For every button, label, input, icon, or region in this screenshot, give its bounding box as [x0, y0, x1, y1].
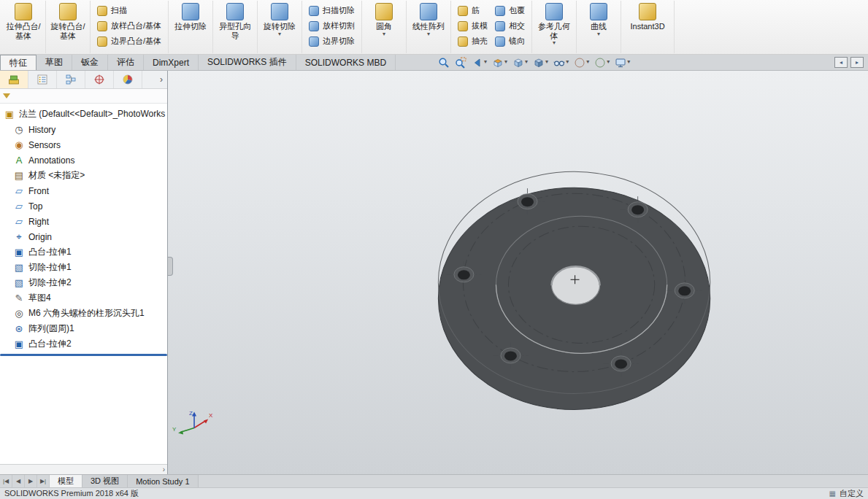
panel-flyout-arrow[interactable]: › [155, 71, 167, 88]
tree-item[interactable]: ⌖Origin [0, 229, 167, 244]
dropdown-arrow-icon[interactable]: ▾ [525, 59, 528, 66]
configurationmanager-tab[interactable] [57, 71, 85, 88]
swept-boss-base-button[interactable]: 扫描 [93, 4, 165, 18]
dropdown-arrow-icon[interactable]: ▾ [586, 59, 589, 66]
tree-item[interactable]: ▧切除-拉伸2 [0, 275, 167, 290]
dropdown-arrow-icon[interactable]: ▾ [427, 31, 430, 38]
reference-geometry-button[interactable]: 参考几何体▾ [535, 1, 573, 47]
lofted-cut-button[interactable]: 放样切割 [305, 19, 358, 33]
tree-item[interactable]: ▣凸台-拉伸1 [0, 244, 167, 260]
nav-first-button[interactable]: |◀ [0, 475, 12, 487]
tab-特征[interactable]: 特征 [0, 55, 37, 70]
panel-hscrollbar[interactable]: › [0, 464, 167, 474]
graphics-area[interactable]: X Y Z [168, 71, 868, 474]
feature-tree-root[interactable]: ▣法兰 (Default<<Default>_PhotoWorks [0, 107, 167, 122]
draft-button[interactable]: 拔模 [454, 19, 491, 33]
rollback-bar[interactable] [0, 354, 167, 356]
tree-item[interactable]: ◉Sensors [0, 137, 167, 152]
doc-tab-模型[interactable]: 模型 [50, 475, 82, 487]
extruded-cut-button[interactable]: 拉伸切除 [172, 1, 210, 31]
dropdown-arrow-icon[interactable]: ▾ [553, 40, 556, 47]
flange-model[interactable]: X Y Z [168, 71, 868, 474]
dropdown-arrow-icon[interactable]: ▾ [597, 31, 600, 38]
view-settings-button[interactable]: ▾ [615, 57, 630, 69]
collapse-pane-right-button[interactable]: ▸ [850, 57, 864, 68]
tree-item[interactable]: ◎M6 六角头螺栓的柱形沉头孔1 [0, 306, 167, 321]
dropdown-arrow-icon[interactable]: ▾ [278, 31, 281, 38]
zoom-area-button[interactable] [455, 57, 466, 69]
dimxpertmanager-tab[interactable] [85, 71, 114, 88]
display-style-button[interactable]: ▾ [533, 57, 548, 69]
edit-appearance-button[interactable]: ▾ [574, 57, 589, 69]
shell-button[interactable]: 抽壳 [454, 34, 491, 48]
tab-SOLIDWORKS 插件[interactable]: SOLIDWORKS 插件 [199, 55, 296, 70]
featuremanager-tree-tab[interactable] [0, 71, 28, 88]
mirror-icon [495, 36, 505, 47]
dropdown-arrow-icon[interactable]: ▾ [566, 59, 569, 66]
custom-status-label[interactable]: 自定义 [840, 488, 864, 499]
extruded-boss-base-button[interactable]: 拉伸凸台/基体 [4, 1, 42, 40]
view-settings-icon [615, 57, 626, 69]
boundary-boss-base-button[interactable]: 边界凸台/基体 [93, 34, 165, 48]
tree-item[interactable]: ◷History [0, 122, 167, 137]
zoom-fit-button[interactable] [438, 57, 450, 69]
nav-last-button[interactable]: ▶| [37, 475, 50, 487]
dropdown-arrow-icon[interactable]: ▾ [504, 59, 507, 66]
tree-item[interactable]: ▱Right [0, 214, 167, 229]
tab-钣金[interactable]: 钣金 [72, 55, 108, 70]
mirror-button[interactable]: 镜向 [491, 34, 529, 48]
displaymanager-tab[interactable] [114, 71, 142, 88]
tab-SOLIDWORKS MBD[interactable]: SOLIDWORKS MBD [296, 55, 396, 70]
hscroll-right-arrow-icon[interactable]: › [163, 465, 165, 473]
wrap-button[interactable]: 包覆 [491, 4, 529, 18]
swept-cut-button[interactable]: 扫描切除 [305, 4, 358, 18]
tree-item[interactable]: ▣凸台-拉伸2 [0, 336, 167, 352]
view-orientation-button[interactable]: ▾ [512, 57, 528, 69]
tree-item[interactable]: ▱Top [0, 198, 167, 214]
dropdown-arrow-icon[interactable]: ▾ [627, 59, 630, 66]
plane-icon: ▱ [13, 186, 25, 196]
plane-icon: ▱ [13, 201, 25, 211]
pane-buttons: ◂ ▸ [834, 55, 868, 70]
panel-splitter-handle[interactable] [168, 257, 173, 276]
tree-item[interactable]: ⊛阵列(圆周)1 [0, 321, 167, 336]
tree-item[interactable]: ▱Front [0, 183, 167, 198]
dropdown-arrow-icon[interactable]: ▾ [383, 31, 385, 38]
hide-show-items-button[interactable]: ▾ [553, 57, 569, 69]
curves-button[interactable]: 曲线▾ [580, 1, 618, 37]
tree-item[interactable]: AAnnotations [0, 152, 167, 168]
features-ribbon: 拉伸凸台/基体旋转凸台/基体扫描放样凸台/基体边界凸台/基体拉伸切除异型孔向导旋… [0, 0, 868, 55]
doc-tab-3D 视图[interactable]: 3D 视图 [82, 475, 128, 487]
boundary-cut-button[interactable]: 边界切除 [305, 34, 358, 48]
linear-pattern-button[interactable]: 线性阵列▾ [410, 1, 448, 37]
lofted-boss-base-button[interactable]: 放样凸台/基体 [93, 19, 165, 33]
previous-view-button[interactable]: ▾ [472, 57, 487, 69]
fillet-button[interactable]: 圆角▾ [365, 1, 403, 37]
dropdown-arrow-icon[interactable]: ▾ [484, 59, 487, 66]
nav-prev-button[interactable]: ◀ [12, 475, 25, 487]
revolved-cut-button[interactable]: 旋转切除▾ [261, 1, 299, 37]
tree-item[interactable]: ▧切除-拉伸1 [0, 260, 167, 275]
propertymanager-tab[interactable] [28, 71, 57, 88]
instant3d-button[interactable]: Instant3D [624, 1, 671, 31]
filter-icon[interactable] [3, 93, 10, 98]
intersect-button[interactable]: 相交 [491, 19, 529, 33]
tab-评估[interactable]: 评估 [108, 55, 144, 70]
section-view-button[interactable]: ▾ [492, 57, 507, 69]
displaymanager-icon [122, 74, 134, 85]
collapse-pane-left-button[interactable]: ◂ [834, 57, 848, 68]
hole-wizard-button[interactable]: 异型孔向导 [216, 1, 254, 40]
tab-DimXpert[interactable]: DimXpert [144, 55, 199, 70]
dropdown-arrow-icon[interactable]: ▾ [607, 59, 610, 66]
dropdown-arrow-icon[interactable]: ▾ [545, 59, 548, 66]
doc-tab-Motion Study 1[interactable]: Motion Study 1 [128, 475, 198, 487]
rib-button[interactable]: 筋 [454, 4, 491, 18]
tree-item-label: 切除-拉伸2 [28, 276, 72, 289]
revolved-boss-base-button[interactable]: 旋转凸台/基体 [49, 1, 87, 40]
tab-草图[interactable]: 草图 [37, 55, 72, 70]
tree-item[interactable]: ▤材质 <未指定> [0, 168, 167, 183]
nav-next-button[interactable]: ▶ [25, 475, 37, 487]
apply-scene-button[interactable]: ▾ [594, 57, 610, 69]
triad-x-label: X [209, 412, 213, 419]
tree-item[interactable]: ✎草图4 [0, 290, 167, 306]
